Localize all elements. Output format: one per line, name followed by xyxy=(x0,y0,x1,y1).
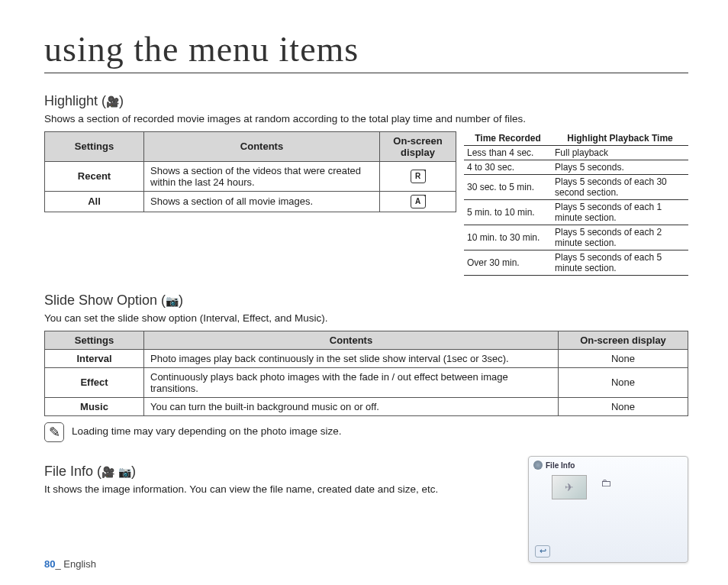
highlight-desc: Shows a section of recorded movie images… xyxy=(44,112,688,127)
fileinfo-desc: It shows the image information. You can … xyxy=(44,483,517,497)
page-title: using the menu items xyxy=(44,29,688,73)
ss-th-osd: On-screen display xyxy=(559,331,688,349)
hl-setting: Recent xyxy=(45,161,144,191)
photo-mode-icon: 📷 xyxy=(118,466,131,478)
highlight-heading-close: ) xyxy=(119,93,124,108)
ss-content: Photo images play back continuously in t… xyxy=(144,349,559,367)
tr-time: 5 min. to 10 min. xyxy=(464,199,552,225)
thumbnail-icon: ✈ xyxy=(552,475,587,499)
table-row: Over 30 min.Plays 5 seconds of each 5 mi… xyxy=(464,250,688,275)
note-text: Loading time may vary depending on the p… xyxy=(72,425,341,439)
tr-time: Over 30 min. xyxy=(464,250,552,275)
recent-osd-icon: R xyxy=(411,170,426,183)
tr-time: 30 sec. to 5 min. xyxy=(464,174,552,199)
hl-content: Shows a section of all movie images. xyxy=(144,191,380,212)
page-number: 80 xyxy=(44,558,55,570)
back-icon: ↩ xyxy=(535,545,550,558)
footer-lang: English xyxy=(63,558,96,570)
movie-mode-icon: 🎥 xyxy=(101,466,114,478)
tr-time: 10 min. to 30 min. xyxy=(464,225,552,250)
ss-setting: Effect xyxy=(45,367,144,397)
ss-osd: None xyxy=(559,397,688,415)
highlight-heading: Highlight (🎥) xyxy=(44,93,688,109)
hl-osd-icon: R xyxy=(380,161,456,191)
tr-pb: Plays 5 seconds of each 5 minute section… xyxy=(552,250,688,275)
ss-osd: None xyxy=(559,349,688,367)
slideshow-heading: Slide Show Option (📷) xyxy=(44,292,688,309)
slideshow-heading-text: Slide Show Option ( xyxy=(44,292,166,308)
tr-th-time: Time Recorded xyxy=(464,131,552,146)
note-icon: ✎ xyxy=(44,422,64,442)
ss-osd: None xyxy=(559,367,688,397)
table-row: 4 to 30 sec.Plays 5 seconds. xyxy=(464,160,688,174)
tr-pb: Full playback xyxy=(552,145,688,160)
tr-time: Less than 4 sec. xyxy=(464,145,552,160)
fileinfo-heading-text: File Info ( xyxy=(44,464,101,479)
tr-time: 4 to 30 sec. xyxy=(464,160,552,174)
photo-mode-icon: 📷 xyxy=(166,295,179,307)
screenshot-title: File Info xyxy=(546,461,683,470)
fileinfo-screenshot: File Info ✈ 🗀 ↩ xyxy=(528,456,688,563)
ss-setting: Music xyxy=(45,397,144,415)
slideshow-desc: You can set the slide show option (Inter… xyxy=(44,312,688,326)
table-row: Music You can turn the built-in backgrou… xyxy=(45,397,688,415)
ss-content: You can turn the built-in background mus… xyxy=(144,397,559,415)
ss-th-contents: Contents xyxy=(144,331,559,349)
highlight-table: Settings Contents On-screen display Rece… xyxy=(44,131,456,212)
time-recorded-table: Time Recorded Highlight Playback Time Le… xyxy=(464,131,688,276)
tr-pb: Plays 5 seconds of each 1 minute section… xyxy=(552,199,688,225)
fileinfo-heading-close: ) xyxy=(131,464,136,479)
table-row: 10 min. to 30 min.Plays 5 seconds of eac… xyxy=(464,225,688,250)
hl-setting: All xyxy=(45,191,144,212)
table-row: Effect Continuously plays back photo ima… xyxy=(45,367,688,397)
hl-th-settings: Settings xyxy=(45,131,144,161)
table-row: Interval Photo images play back continuo… xyxy=(45,349,688,367)
table-row: 30 sec. to 5 min.Plays 5 seconds of each… xyxy=(464,174,688,199)
tr-pb: Plays 5 seconds of each 30 second sectio… xyxy=(552,174,688,199)
tr-pb: Plays 5 seconds. xyxy=(552,160,688,174)
ss-setting: Interval xyxy=(45,349,144,367)
hl-osd-icon: A xyxy=(380,191,456,212)
footer-sep: _ xyxy=(55,558,63,570)
globe-icon xyxy=(533,461,543,470)
movie-mode-icon: 🎥 xyxy=(106,95,119,108)
slideshow-heading-close: ) xyxy=(179,292,183,308)
hl-th-contents: Contents xyxy=(144,131,380,161)
table-row: Less than 4 sec.Full playback xyxy=(464,145,688,160)
highlight-heading-text: Highlight ( xyxy=(44,93,106,108)
tr-th-playback: Highlight Playback Time xyxy=(552,131,688,146)
page-footer: 80_ English xyxy=(44,558,96,570)
table-row: 5 min. to 10 min.Plays 5 seconds of each… xyxy=(464,199,688,225)
tr-pb: Plays 5 seconds of each 2 minute section… xyxy=(552,225,688,250)
table-row: All Shows a section of all movie images.… xyxy=(45,191,456,212)
hl-th-osd: On-screen display xyxy=(380,131,456,161)
hl-content: Shows a section of the videos that were … xyxy=(144,161,380,191)
ss-content: Continuously plays back photo images wit… xyxy=(144,367,559,397)
ss-th-settings: Settings xyxy=(45,331,144,349)
folder-icon: 🗀 xyxy=(601,477,611,489)
all-osd-icon: A xyxy=(411,195,426,208)
slideshow-table: Settings Contents On-screen display Inte… xyxy=(44,331,688,416)
fileinfo-heading: File Info (🎥 📷) xyxy=(44,464,517,480)
note: ✎ Loading time may vary depending on the… xyxy=(44,422,688,442)
table-row: Recent Shows a section of the videos tha… xyxy=(45,161,456,191)
